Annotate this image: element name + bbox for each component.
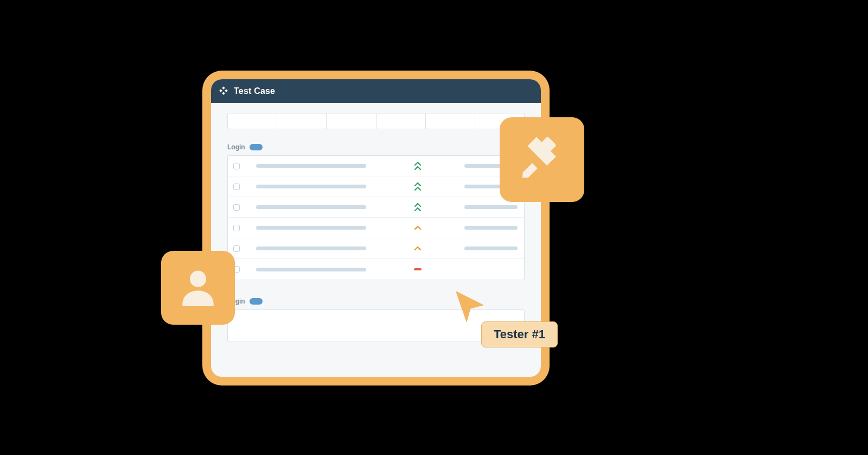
placeholder-bar [256,164,366,168]
row-checkbox[interactable] [233,225,240,231]
section-label: Login [227,143,245,151]
priority-medium-icon [401,247,434,251]
row-checkbox[interactable] [233,163,240,169]
priority-medium-icon [401,226,434,230]
section-header[interactable]: Login [227,143,525,151]
tab[interactable] [376,113,426,129]
priority-high-icon [401,182,434,191]
page-title: Test Case [234,86,275,96]
tab[interactable] [426,113,475,129]
placeholder-bar [256,268,366,271]
svg-rect-0 [222,86,225,90]
placeholder-bar [464,205,518,209]
tab-row [227,113,525,129]
tester-badge: Tester #1 [481,321,558,347]
priority-high-icon [401,162,434,170]
placeholder-bar [464,226,518,230]
tab[interactable] [327,113,376,129]
placeholder-bar [256,205,366,209]
section-toggle[interactable] [250,144,263,150]
section-toggle[interactable] [250,298,263,305]
placeholder-bar [256,247,366,250]
table-row[interactable] [228,238,524,259]
row-checkbox[interactable] [233,245,240,252]
cursor-icon [451,288,489,326]
svg-point-4 [190,271,206,287]
svg-rect-3 [222,92,225,95]
priority-high-icon [401,203,434,212]
placeholder-bar [256,226,366,230]
table-row[interactable] [228,197,524,218]
diamond-cluster-icon [219,86,228,96]
titlebar: Test Case [211,79,541,103]
placeholder-bar [464,247,518,250]
test-table [227,155,525,280]
user-icon [175,263,221,312]
row-checkbox[interactable] [233,184,240,190]
svg-rect-1 [219,89,222,92]
row-checkbox[interactable] [233,204,240,211]
section: Login [227,143,525,280]
user-card [161,251,235,325]
priority-low-icon [401,268,434,270]
edit-card [500,117,584,202]
table-row[interactable] [228,156,524,176]
pencil-icon [516,133,567,186]
placeholder-bar [256,185,366,188]
tab[interactable] [277,113,327,129]
table-row[interactable] [228,259,524,280]
tab[interactable] [228,113,277,129]
table-row[interactable] [228,218,524,238]
svg-rect-2 [225,89,228,92]
table-row[interactable] [228,176,524,197]
